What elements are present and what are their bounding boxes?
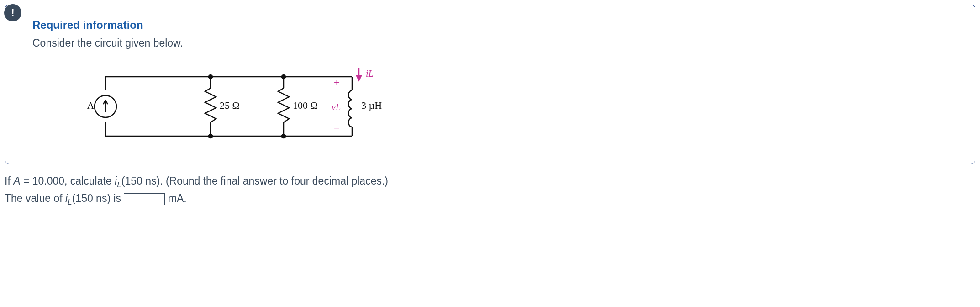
- q-unit: mA.: [165, 192, 186, 204]
- alert-icon: !: [4, 4, 21, 21]
- source-label: A u(t) mA: [87, 100, 95, 111]
- answer-input[interactable]: [124, 193, 165, 205]
- svg-point-9: [209, 134, 212, 138]
- required-heading: Required information: [32, 19, 952, 32]
- circuit-svg: A u(t) mA 25 Ω 100 Ω + − vL iL 3 µH: [87, 63, 407, 150]
- question-line-1: If A = 10.000, calculate iL(150 ns). (Ro…: [5, 173, 975, 191]
- question-area: If A = 10.000, calculate iL(150 ns). (Ro…: [5, 173, 975, 208]
- q-prefix: If: [5, 175, 13, 187]
- inductor-label: 3 µH: [361, 100, 382, 111]
- r2-label: 100 Ω: [293, 100, 318, 111]
- svg-point-12: [282, 75, 285, 79]
- circuit-diagram: A u(t) mA 25 Ω 100 Ω + − vL iL 3 µH: [32, 63, 952, 150]
- q2-mid: (150 ns) is: [72, 192, 124, 204]
- svg-marker-17: [357, 76, 361, 80]
- svg-point-8: [209, 75, 212, 79]
- question-line-2: The value of iL(150 ns) is mA.: [5, 191, 975, 208]
- instruction-text: Consider the circuit given below.: [32, 37, 952, 49]
- q2-pre: The value of: [5, 192, 65, 204]
- vl-label: vL: [332, 102, 341, 112]
- vl-plus: +: [334, 77, 339, 88]
- r1-label: 25 Ω: [220, 100, 240, 111]
- alert-symbol: !: [11, 7, 14, 19]
- svg-point-13: [282, 134, 285, 138]
- required-info-box: ! Required information Consider the circ…: [5, 5, 975, 164]
- vl-minus: −: [334, 122, 339, 134]
- q-at: (150 ns). (Round the final answer to fou…: [121, 175, 388, 187]
- q-iL: iL: [115, 175, 121, 187]
- il-label: iL: [366, 69, 374, 79]
- q-eq: = 10.000, calculate: [21, 175, 115, 187]
- q2-iL: iL: [65, 192, 72, 204]
- q-var-a: A: [13, 175, 20, 187]
